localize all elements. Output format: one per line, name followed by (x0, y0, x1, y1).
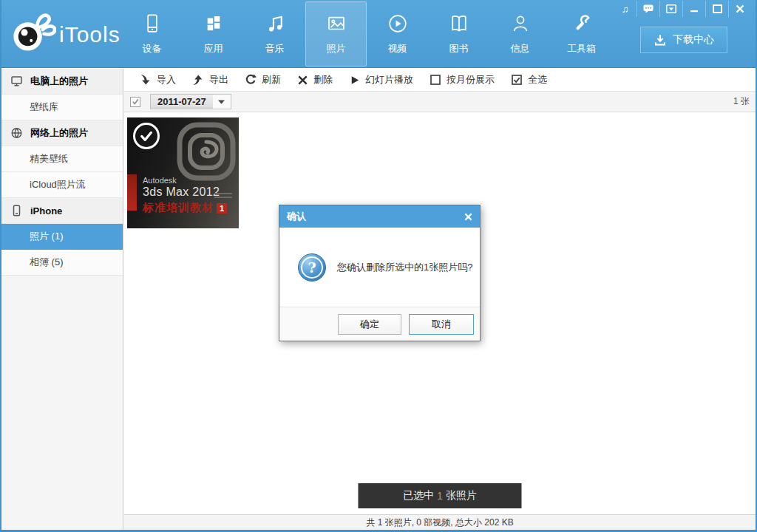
sidebar-item-wallpaper-library[interactable]: 壁纸库 (1, 95, 123, 120)
ok-button[interactable]: 确定 (338, 314, 401, 335)
sidebar-item-label: iPhone (30, 205, 62, 216)
sidebar-item-label: 壁纸库 (30, 100, 58, 114)
itools-bunny-icon (9, 10, 56, 53)
sidebar-item-albums[interactable]: 相簿 (5) (1, 250, 123, 276)
cover-red-stripe (127, 174, 137, 211)
delete-button[interactable]: 删除 (289, 69, 341, 91)
import-button[interactable]: 导入 (132, 69, 184, 91)
toolbar-label: 导入 (157, 73, 176, 86)
date-label: 2011-07-27 (151, 95, 213, 109)
minimize-icon[interactable] (682, 1, 705, 17)
group-by-month-button[interactable]: 按月份展示 (421, 69, 503, 91)
sidebar-item-label: iCloud照片流 (30, 178, 86, 191)
nav-tab-messages[interactable]: 信息 (489, 1, 551, 66)
sidebar-item-label: 照片 (1) (30, 230, 64, 243)
device-icon (141, 12, 163, 35)
sidebar-filler (1, 276, 122, 530)
app-header: iTools 设备 应用 (1, 0, 756, 68)
nav-tab-label: 照片 (327, 42, 346, 55)
dialog-message: 您确认删除所选中的1张照片吗? (337, 261, 472, 274)
banner-suffix: 张照片 (446, 489, 477, 502)
question-icon: ? (298, 253, 326, 282)
nav-tab-label: 图书 (449, 42, 469, 55)
sidebar-item-fine-wallpapers[interactable]: 精美壁纸 (1, 146, 123, 172)
slideshow-button[interactable]: 幻灯片播放 (341, 69, 421, 91)
select-all-button[interactable]: 全选 (503, 69, 555, 91)
feedback-icon[interactable] (637, 1, 659, 17)
nav-tab-video[interactable]: 视频 (367, 1, 428, 66)
checkbox-checked-icon (511, 74, 523, 86)
nav-tab-photos[interactable]: 照片 (305, 1, 367, 66)
app-window: iTools 设备 应用 (0, 0, 757, 532)
selection-banner: 已选中 1 张照片 (359, 483, 522, 508)
maximize-icon[interactable] (705, 1, 728, 17)
delete-icon (297, 75, 308, 86)
nav-tab-music[interactable]: 音乐 (244, 1, 305, 66)
date-group-checkbox[interactable] (130, 97, 140, 107)
close-icon[interactable] (728, 1, 751, 17)
main-nav: 设备 应用 音乐 (121, 0, 612, 68)
dialog-body: ? 您确认删除所选中的1张照片吗? (279, 228, 480, 307)
sidebar-item-label: 精美壁纸 (30, 152, 68, 166)
sidebar-item-photos[interactable]: 照片 (1) (1, 224, 123, 250)
video-icon (387, 12, 409, 35)
messages-icon (509, 12, 532, 35)
refresh-icon (245, 74, 257, 86)
export-icon (192, 74, 204, 86)
toolbar-label: 导出 (209, 73, 228, 86)
photo-selected-check-icon[interactable] (133, 123, 160, 149)
dialog-title-bar: 确认 (279, 205, 480, 228)
download-center-button[interactable]: 下载中心 (640, 27, 727, 53)
checkbox-unchecked-icon (430, 74, 441, 86)
globe-icon (10, 127, 23, 139)
sidebar-section-web-photos[interactable]: 网络上的照片 (1, 120, 123, 146)
photo-count-label: 1 张 (733, 95, 750, 108)
apps-icon (203, 12, 225, 35)
toolbar-label: 幻灯片播放 (365, 73, 413, 86)
status-bar: 共 1 张照片, 0 部视频, 总大小 202 KB (124, 514, 756, 530)
nav-tab-toolbox[interactable]: 工具箱 (551, 1, 612, 66)
sidebar-item-label: 相簿 (5) (30, 256, 64, 269)
date-group-row: 2011-07-27 1 张 (124, 92, 756, 112)
toolbar-label: 刷新 (262, 73, 281, 86)
toolbar-label: 全选 (528, 73, 547, 86)
sidebar-item-icloud-photostream[interactable]: iCloud照片流 (1, 172, 123, 198)
nav-tab-books[interactable]: 图书 (428, 1, 489, 66)
status-summary: 共 1 张照片, 0 部视频, 总大小 202 KB (366, 516, 513, 529)
cover-fineprint (214, 193, 232, 200)
toolbar-label: 删除 (313, 73, 333, 86)
cover-volume-badge: 1 (217, 203, 227, 214)
chevron-down-icon (213, 95, 231, 109)
sidebar-section-computer-photos[interactable]: 电脑上的照片 (1, 69, 123, 95)
phone-icon (10, 205, 23, 216)
download-icon (654, 33, 667, 47)
music-icon (264, 12, 286, 35)
nav-tab-device[interactable]: 设备 (121, 1, 183, 66)
play-icon (349, 75, 360, 86)
nav-tab-label: 设备 (143, 42, 162, 55)
export-button[interactable]: 导出 (184, 69, 237, 91)
date-dropdown[interactable]: 2011-07-27 (150, 94, 231, 109)
tray-icon[interactable] (659, 1, 682, 17)
photo-thumbnail[interactable]: Autodesk 3ds Max 2012 标准培训教材 1 (127, 117, 239, 228)
photos-toolbar: 导入 导出 刷新 (124, 69, 756, 92)
photos-icon (325, 12, 347, 35)
sidebar-item-label: 网络上的照片 (30, 126, 88, 140)
nav-tab-label: 工具箱 (567, 42, 596, 55)
refresh-button[interactable]: 刷新 (237, 69, 289, 91)
app-title: iTools (59, 22, 120, 47)
cover-series: 标准培训教材 (143, 201, 214, 215)
banner-count: 1 (434, 490, 446, 502)
books-icon (448, 12, 470, 35)
nav-tab-apps[interactable]: 应用 (183, 1, 244, 66)
cancel-button[interactable]: 取消 (409, 314, 474, 335)
nav-tab-label: 视频 (388, 42, 407, 55)
sidebar-item-label: 电脑上的照片 (30, 75, 88, 88)
dialog-close-icon[interactable] (464, 213, 472, 221)
dialog-footer: 确定 取消 (279, 307, 480, 341)
music-note-icon[interactable]: ♫ (614, 1, 637, 17)
window-frame: iTools 设备 应用 (1, 0, 756, 530)
cover-brand: Autodesk (143, 176, 227, 185)
dialog-title: 确认 (287, 210, 306, 223)
sidebar-section-iphone[interactable]: iPhone (1, 198, 123, 224)
